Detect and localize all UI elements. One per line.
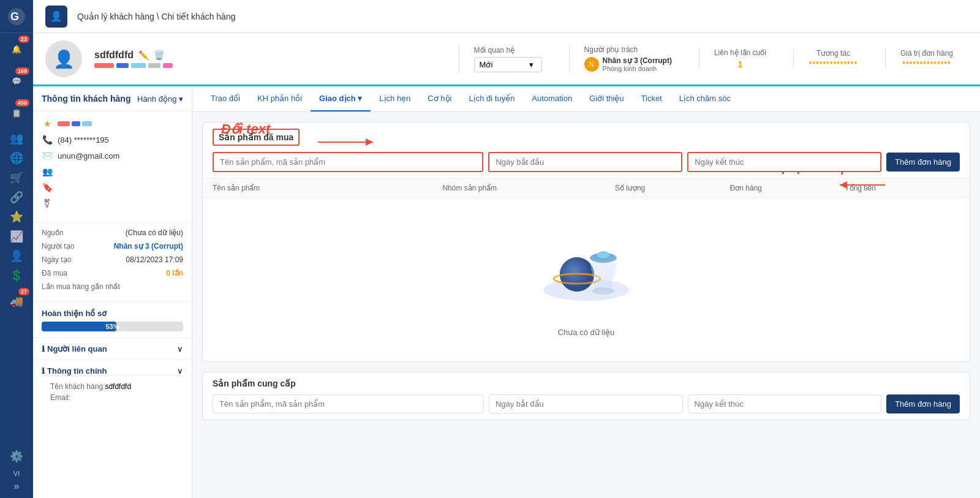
sidebar: G 🔔 23 💬 169 📋 450 👥 🌐 🛒 🔗 ⭐ 📈 👤 💲 🚚 27 …: [0, 0, 33, 498]
contacts-icon[interactable]: 👥: [8, 130, 25, 147]
color-tag-1: [58, 121, 70, 126]
col-order: Đơn hàng: [730, 184, 845, 192]
star-sidebar-icon[interactable]: ⭐: [8, 208, 25, 225]
tab-co-hoi[interactable]: Cơ hội: [419, 86, 460, 111]
chart-icon[interactable]: 📈: [8, 228, 25, 245]
tab-automation[interactable]: Automation: [523, 86, 581, 111]
info-icon-2: ℹ: [42, 366, 45, 375]
customer-name-row: sdfdfdfd ✏️ 🗑️: [94, 50, 447, 61]
header-icon: 👤: [45, 6, 67, 28]
info-label-1: Người tạo: [42, 242, 74, 251]
group-row: 👥: [42, 167, 183, 176]
task-badge[interactable]: 📋 450: [0, 97, 33, 129]
app-logo[interactable]: G: [0, 0, 33, 33]
last-contact-stat: Liên hệ lần cuối 1: [699, 48, 781, 69]
person-icon[interactable]: 👤: [8, 247, 25, 265]
chevron-down-icon: ▾: [529, 60, 533, 69]
tab-gioi-thieu[interactable]: Giới thiệu: [581, 86, 632, 111]
supply-end-date-input[interactable]: [688, 394, 882, 413]
left-panel-title: Thông tin khách hàng: [42, 94, 130, 104]
interaction-value: **************: [809, 60, 858, 69]
info-row-0: Nguồn (Chưa có dữ liệu): [42, 228, 183, 237]
products-area: Đổi text Bộ lọc sản phẩm: [192, 112, 980, 498]
main-info-rows: Tên khách hàng: sdfdfdfd Email:: [42, 375, 183, 410]
related-persons-header[interactable]: ℹ Người liên quan ∨: [42, 344, 183, 353]
task-icon: 📋: [8, 104, 25, 121]
products-title: Sản phẩm đã mua: [213, 129, 300, 146]
related-persons-section: ℹ Người liên quan ∨: [33, 338, 192, 360]
manager-info: N Nhân sự 3 (Corrupt) Phòng kinh doanh: [584, 56, 672, 72]
product-end-date-input[interactable]: [687, 152, 881, 172]
tab-ticket[interactable]: Ticket: [633, 86, 671, 111]
customer-header: 👤 sdfdfdfd ✏️ 🗑️ Mối quan hệ Mới ▾: [33, 33, 980, 86]
dollar-icon[interactable]: 💲: [8, 267, 25, 284]
left-panel-header: Thông tin khách hàng Hành động ▾: [33, 86, 192, 111]
svg-point-13: [616, 234, 618, 236]
tabs-bar: Trao đổi KH phản hồi Giao dịch ▾ Lịch hẹ…: [192, 86, 980, 112]
col-product-group: Nhóm sản phẩm: [442, 184, 615, 192]
tab-kh-phan-hoi[interactable]: KH phản hồi: [249, 86, 311, 111]
main-info-row-0: Tên khách hàng: sdfdfdfd: [50, 382, 175, 391]
info-icon: ℹ: [42, 344, 45, 353]
relationship-box: Mối quan hệ Mới ▾: [459, 46, 557, 72]
sidebar-expand-btn[interactable]: »: [14, 481, 20, 492]
main-info-label-0: Tên khách hàng:: [50, 382, 105, 391]
progress-title: Hoàn thiện hồ sơ: [42, 309, 183, 318]
tab-trao-doi[interactable]: Trao đổi: [202, 86, 249, 111]
manager-box: Người phụ trách N Nhân sự 3 (Corrupt) Ph…: [569, 45, 687, 72]
supply-start-date-input[interactable]: [489, 394, 683, 413]
tab-lich-cham-soc[interactable]: Lịch chăm sóc: [671, 86, 739, 111]
supply-filter-row: Thêm đơn hàng: [203, 394, 970, 420]
color-tag-2: [72, 121, 80, 126]
tag-3: [131, 63, 146, 68]
info-row-1: Người tạo Nhân sự 3 (Corrupt): [42, 242, 183, 251]
product-filter-row: Thêm đơn hàng: [203, 152, 970, 178]
customer-tags: [94, 63, 447, 68]
related-persons-title: ℹ Người liên quan: [42, 344, 107, 353]
language-selector[interactable]: VI: [13, 470, 20, 477]
tab-lich-di-tuyen[interactable]: Lịch đi tuyến: [460, 86, 523, 111]
info-value-3: 0 lần: [166, 269, 183, 277]
settings-icon[interactable]: ⚙️: [8, 448, 25, 465]
globe-icon[interactable]: 🌐: [8, 149, 25, 167]
progress-section: Hoàn thiện hồ sơ 53%: [33, 302, 192, 338]
add-order-button[interactable]: Thêm đơn hàng: [886, 153, 960, 172]
order-value: **************: [900, 60, 953, 69]
info-value-0: (Chưa có dữ liệu): [126, 228, 183, 237]
info-label-3: Đã mua: [42, 269, 67, 277]
relationship-value: Mới: [480, 60, 493, 69]
cart-icon[interactable]: 🛒: [8, 169, 25, 186]
manager-name: Nhân sự 3 (Corrupt): [603, 56, 672, 65]
tab-giao-dich[interactable]: Giao dịch ▾: [311, 86, 371, 111]
chat-icon: 💬: [8, 72, 25, 89]
delete-customer-icon[interactable]: 🗑️: [154, 50, 164, 60]
message-badge[interactable]: 💬 169: [0, 65, 33, 97]
relationship-label: Mối quan hệ: [474, 46, 542, 55]
order-badge[interactable]: 🚚 27: [0, 285, 33, 317]
info-label-0: Nguồn: [42, 228, 64, 237]
supply-product-search-input[interactable]: [213, 394, 484, 413]
bookmark-row: 🔖: [42, 183, 183, 192]
content-area: Thông tin khách hàng Hành động ▾ ★ 📞 (84…: [33, 86, 980, 498]
edit-customer-icon[interactable]: ✏️: [138, 50, 149, 60]
notification-badge[interactable]: 🔔 23: [0, 33, 33, 65]
task-count: 450: [15, 99, 29, 107]
tab-lich-hen[interactable]: Lịch hẹn: [371, 86, 419, 111]
network-icon[interactable]: 🔗: [8, 189, 25, 206]
main-info-header[interactable]: ℹ Thông tin chính ∨: [42, 366, 183, 375]
progress-bar-bg: 53%: [42, 322, 183, 331]
progress-label: 53%: [42, 322, 183, 331]
action-button[interactable]: Hành động ▾: [137, 94, 183, 104]
delivery-icon: 🚚: [8, 293, 25, 310]
last-contact-value: 1: [714, 59, 766, 69]
product-search-input[interactable]: [213, 152, 483, 172]
product-start-date-input[interactable]: [488, 152, 682, 172]
star-detail-row: ★: [42, 119, 183, 129]
chevron-down-related-icon: ∨: [177, 344, 183, 353]
info-row-4: Lần mua hàng gần nhất: [42, 282, 183, 291]
empty-illustration: [531, 222, 641, 320]
supply-add-order-button[interactable]: Thêm đơn hàng: [886, 394, 960, 413]
relationship-select[interactable]: Mới ▾: [474, 57, 542, 72]
interaction-label: Tương tác: [809, 49, 858, 58]
customer-details: ★ 📞 (84) *******195 ✉️ unun@gmail.com: [33, 111, 192, 222]
